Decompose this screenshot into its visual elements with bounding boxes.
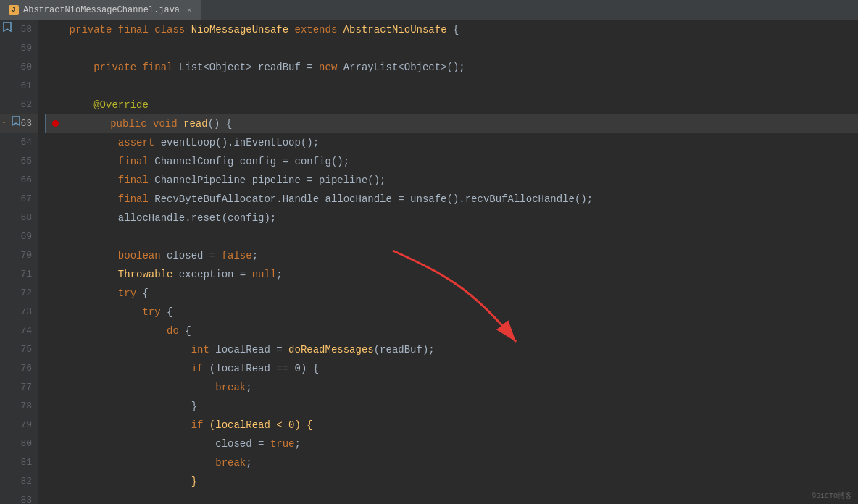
line-number-60: 60 <box>0 58 38 77</box>
code-line-69 <box>45 227 858 246</box>
code-panel: private final class NioMessageUnsafe ext… <box>38 20 858 504</box>
line-number-65: 65 <box>0 152 38 171</box>
code-line-63: public void read() { <box>45 114 858 133</box>
line-number-59: 59 <box>0 39 38 58</box>
code-line-65: final ChannelConfig config = config(); <box>45 152 858 171</box>
line-number-67: 67 <box>0 190 38 209</box>
line-number-72: 72 <box>0 284 38 303</box>
code-line-83 <box>45 491 858 504</box>
code-line-62: @Override <box>45 96 858 114</box>
code-line-78: } <box>45 397 858 416</box>
code-line-77: break; <box>45 378 858 397</box>
line-number-58: 58 <box>0 20 38 39</box>
code-line-80: closed = true; <box>45 434 858 453</box>
line-number-61: 61 <box>0 77 38 96</box>
code-line-59 <box>45 39 858 58</box>
code-line-74: do { <box>45 322 858 340</box>
line-number-64: 64 <box>0 133 38 152</box>
code-line-82: } <box>45 472 858 491</box>
code-line-60: private final List<Object> readBuf = new… <box>45 58 858 77</box>
code-line-68: allocHandle.reset(config); <box>45 209 858 227</box>
editor-root: J AbstractNioMessageChannel.java ✕ 58596… <box>0 0 858 504</box>
code-line-73: try { <box>45 303 858 322</box>
line-number-73: 73 <box>0 303 38 322</box>
code-line-70: boolean closed = false; <box>45 246 858 265</box>
tab-bar: J AbstractNioMessageChannel.java ✕ <box>0 0 858 20</box>
line-number-71: 71 <box>0 265 38 284</box>
close-icon[interactable]: ✕ <box>187 5 192 14</box>
line-number-69: 69 <box>0 227 38 246</box>
line-number-63: ↑ 63 <box>0 114 38 133</box>
java-file-icon: J <box>9 5 19 15</box>
line-number-75: 75 <box>0 340 38 359</box>
tab-filename: AbstractNioMessageChannel.java <box>23 5 180 15</box>
code-line-72: try { <box>45 284 858 303</box>
editor-area: 5859606162↑ 6364656667686970717273747576… <box>0 20 858 504</box>
line-number-68: 68 <box>0 209 38 227</box>
line-number-79: 79 <box>0 416 38 434</box>
code-line-66: final ChannelPipeline pipeline = pipelin… <box>45 171 858 190</box>
line-number-74: 74 <box>0 322 38 340</box>
line-number-70: 70 <box>0 246 38 265</box>
code-line-79: if (localRead < 0) { <box>45 416 858 434</box>
line-number-78: 78 <box>0 397 38 416</box>
code-line-76: if (localRead == 0) { <box>45 359 858 378</box>
line-number-80: 80 <box>0 434 38 453</box>
code-line-71: Throwable exception = null; <box>45 265 858 284</box>
line-number-77: 77 <box>0 378 38 397</box>
code-line-81: break; <box>45 453 858 472</box>
line-number-76: 76 <box>0 359 38 378</box>
line-number-62: 62 <box>0 96 38 114</box>
code-line-58: private final class NioMessageUnsafe ext… <box>45 20 858 39</box>
code-line-61 <box>45 77 858 96</box>
code-line-75: int localRead = doReadMessages(readBuf); <box>45 340 858 359</box>
line-number-82: 82 <box>0 472 38 491</box>
watermark: ©51CTO博客 <box>812 491 852 501</box>
code-line-67: final RecvByteBufAllocator.Handle allocH… <box>45 190 858 209</box>
line-number-gutter: 5859606162↑ 6364656667686970717273747576… <box>0 20 38 504</box>
code-line-64: assert eventLoop().inEventLoop(); <box>45 133 858 152</box>
file-tab[interactable]: J AbstractNioMessageChannel.java ✕ <box>0 0 201 20</box>
code-lines: private final class NioMessageUnsafe ext… <box>38 20 858 504</box>
line-number-66: 66 <box>0 171 38 190</box>
line-number-83: 83 <box>0 491 38 504</box>
line-number-81: 81 <box>0 453 38 472</box>
